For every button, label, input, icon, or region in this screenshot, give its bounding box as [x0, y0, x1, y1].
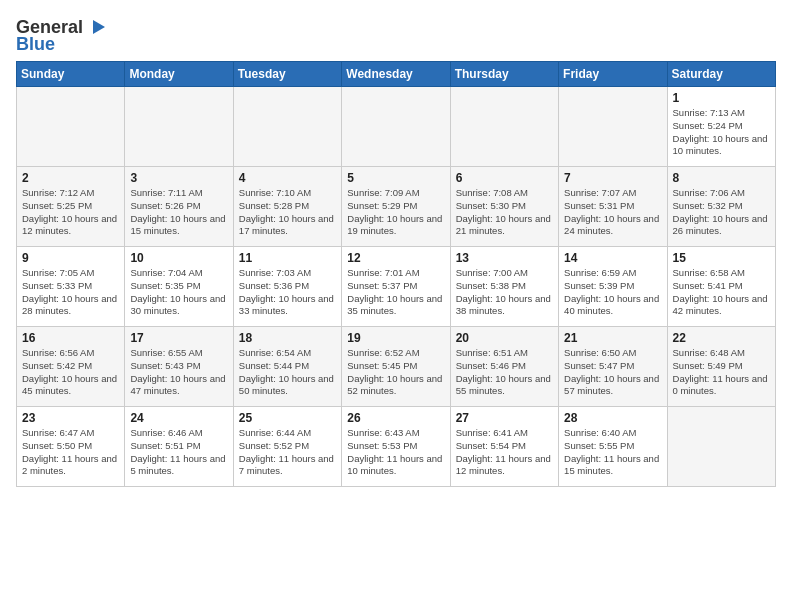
- weekday-header-monday: Monday: [125, 62, 233, 87]
- calendar-cell: 8Sunrise: 7:06 AM Sunset: 5:32 PM Daylig…: [667, 167, 775, 247]
- calendar-cell: 15Sunrise: 6:58 AM Sunset: 5:41 PM Dayli…: [667, 247, 775, 327]
- week-row-4: 16Sunrise: 6:56 AM Sunset: 5:42 PM Dayli…: [17, 327, 776, 407]
- day-number: 2: [22, 171, 119, 185]
- calendar-cell: [667, 407, 775, 487]
- weekday-header-sunday: Sunday: [17, 62, 125, 87]
- calendar-cell: 5Sunrise: 7:09 AM Sunset: 5:29 PM Daylig…: [342, 167, 450, 247]
- week-row-3: 9Sunrise: 7:05 AM Sunset: 5:33 PM Daylig…: [17, 247, 776, 327]
- calendar-cell: 2Sunrise: 7:12 AM Sunset: 5:25 PM Daylig…: [17, 167, 125, 247]
- day-number: 4: [239, 171, 336, 185]
- calendar-cell: [125, 87, 233, 167]
- day-info: Sunrise: 6:40 AM Sunset: 5:55 PM Dayligh…: [564, 427, 661, 478]
- weekday-header-tuesday: Tuesday: [233, 62, 341, 87]
- day-number: 19: [347, 331, 444, 345]
- day-info: Sunrise: 6:48 AM Sunset: 5:49 PM Dayligh…: [673, 347, 770, 398]
- calendar-cell: 11Sunrise: 7:03 AM Sunset: 5:36 PM Dayli…: [233, 247, 341, 327]
- day-info: Sunrise: 6:59 AM Sunset: 5:39 PM Dayligh…: [564, 267, 661, 318]
- day-info: Sunrise: 6:46 AM Sunset: 5:51 PM Dayligh…: [130, 427, 227, 478]
- day-info: Sunrise: 6:52 AM Sunset: 5:45 PM Dayligh…: [347, 347, 444, 398]
- calendar-cell: 17Sunrise: 6:55 AM Sunset: 5:43 PM Dayli…: [125, 327, 233, 407]
- day-info: Sunrise: 6:51 AM Sunset: 5:46 PM Dayligh…: [456, 347, 553, 398]
- day-info: Sunrise: 7:05 AM Sunset: 5:33 PM Dayligh…: [22, 267, 119, 318]
- week-row-2: 2Sunrise: 7:12 AM Sunset: 5:25 PM Daylig…: [17, 167, 776, 247]
- weekday-header-wednesday: Wednesday: [342, 62, 450, 87]
- calendar-cell: [559, 87, 667, 167]
- day-number: 18: [239, 331, 336, 345]
- calendar-cell: 3Sunrise: 7:11 AM Sunset: 5:26 PM Daylig…: [125, 167, 233, 247]
- day-info: Sunrise: 7:06 AM Sunset: 5:32 PM Dayligh…: [673, 187, 770, 238]
- calendar-cell: [450, 87, 558, 167]
- calendar-cell: 4Sunrise: 7:10 AM Sunset: 5:28 PM Daylig…: [233, 167, 341, 247]
- calendar-cell: 14Sunrise: 6:59 AM Sunset: 5:39 PM Dayli…: [559, 247, 667, 327]
- logo-icon: [85, 16, 107, 38]
- weekday-header-friday: Friday: [559, 62, 667, 87]
- day-info: Sunrise: 6:54 AM Sunset: 5:44 PM Dayligh…: [239, 347, 336, 398]
- day-info: Sunrise: 6:56 AM Sunset: 5:42 PM Dayligh…: [22, 347, 119, 398]
- day-number: 17: [130, 331, 227, 345]
- day-number: 11: [239, 251, 336, 265]
- calendar-cell: 26Sunrise: 6:43 AM Sunset: 5:53 PM Dayli…: [342, 407, 450, 487]
- calendar-table: SundayMondayTuesdayWednesdayThursdayFrid…: [16, 61, 776, 487]
- day-number: 22: [673, 331, 770, 345]
- day-number: 6: [456, 171, 553, 185]
- day-number: 1: [673, 91, 770, 105]
- day-number: 20: [456, 331, 553, 345]
- calendar-cell: 10Sunrise: 7:04 AM Sunset: 5:35 PM Dayli…: [125, 247, 233, 327]
- day-info: Sunrise: 7:13 AM Sunset: 5:24 PM Dayligh…: [673, 107, 770, 158]
- day-info: Sunrise: 7:07 AM Sunset: 5:31 PM Dayligh…: [564, 187, 661, 238]
- svg-marker-0: [93, 20, 105, 34]
- day-info: Sunrise: 6:41 AM Sunset: 5:54 PM Dayligh…: [456, 427, 553, 478]
- week-row-1: 1Sunrise: 7:13 AM Sunset: 5:24 PM Daylig…: [17, 87, 776, 167]
- calendar-cell: [342, 87, 450, 167]
- calendar-cell: [233, 87, 341, 167]
- day-info: Sunrise: 7:03 AM Sunset: 5:36 PM Dayligh…: [239, 267, 336, 318]
- calendar-cell: 16Sunrise: 6:56 AM Sunset: 5:42 PM Dayli…: [17, 327, 125, 407]
- calendar-cell: 27Sunrise: 6:41 AM Sunset: 5:54 PM Dayli…: [450, 407, 558, 487]
- day-info: Sunrise: 6:47 AM Sunset: 5:50 PM Dayligh…: [22, 427, 119, 478]
- day-info: Sunrise: 7:11 AM Sunset: 5:26 PM Dayligh…: [130, 187, 227, 238]
- day-info: Sunrise: 7:00 AM Sunset: 5:38 PM Dayligh…: [456, 267, 553, 318]
- calendar-cell: 9Sunrise: 7:05 AM Sunset: 5:33 PM Daylig…: [17, 247, 125, 327]
- day-number: 15: [673, 251, 770, 265]
- day-number: 28: [564, 411, 661, 425]
- day-info: Sunrise: 6:55 AM Sunset: 5:43 PM Dayligh…: [130, 347, 227, 398]
- calendar-cell: [17, 87, 125, 167]
- logo-blue-text: Blue: [16, 34, 55, 55]
- calendar-cell: 19Sunrise: 6:52 AM Sunset: 5:45 PM Dayli…: [342, 327, 450, 407]
- day-number: 7: [564, 171, 661, 185]
- day-number: 26: [347, 411, 444, 425]
- weekday-header-row: SundayMondayTuesdayWednesdayThursdayFrid…: [17, 62, 776, 87]
- day-info: Sunrise: 6:43 AM Sunset: 5:53 PM Dayligh…: [347, 427, 444, 478]
- day-number: 23: [22, 411, 119, 425]
- calendar-cell: 23Sunrise: 6:47 AM Sunset: 5:50 PM Dayli…: [17, 407, 125, 487]
- day-number: 3: [130, 171, 227, 185]
- day-number: 8: [673, 171, 770, 185]
- day-info: Sunrise: 7:08 AM Sunset: 5:30 PM Dayligh…: [456, 187, 553, 238]
- day-number: 25: [239, 411, 336, 425]
- day-number: 13: [456, 251, 553, 265]
- calendar-cell: 28Sunrise: 6:40 AM Sunset: 5:55 PM Dayli…: [559, 407, 667, 487]
- calendar-cell: 20Sunrise: 6:51 AM Sunset: 5:46 PM Dayli…: [450, 327, 558, 407]
- day-info: Sunrise: 7:09 AM Sunset: 5:29 PM Dayligh…: [347, 187, 444, 238]
- day-number: 10: [130, 251, 227, 265]
- day-number: 24: [130, 411, 227, 425]
- day-number: 5: [347, 171, 444, 185]
- calendar-cell: 24Sunrise: 6:46 AM Sunset: 5:51 PM Dayli…: [125, 407, 233, 487]
- calendar-cell: 1Sunrise: 7:13 AM Sunset: 5:24 PM Daylig…: [667, 87, 775, 167]
- day-info: Sunrise: 6:50 AM Sunset: 5:47 PM Dayligh…: [564, 347, 661, 398]
- day-info: Sunrise: 7:10 AM Sunset: 5:28 PM Dayligh…: [239, 187, 336, 238]
- week-row-5: 23Sunrise: 6:47 AM Sunset: 5:50 PM Dayli…: [17, 407, 776, 487]
- day-info: Sunrise: 7:01 AM Sunset: 5:37 PM Dayligh…: [347, 267, 444, 318]
- calendar-cell: 12Sunrise: 7:01 AM Sunset: 5:37 PM Dayli…: [342, 247, 450, 327]
- day-info: Sunrise: 7:04 AM Sunset: 5:35 PM Dayligh…: [130, 267, 227, 318]
- day-info: Sunrise: 7:12 AM Sunset: 5:25 PM Dayligh…: [22, 187, 119, 238]
- weekday-header-thursday: Thursday: [450, 62, 558, 87]
- day-number: 14: [564, 251, 661, 265]
- day-number: 21: [564, 331, 661, 345]
- logo: General Blue: [16, 16, 107, 55]
- calendar-cell: 13Sunrise: 7:00 AM Sunset: 5:38 PM Dayli…: [450, 247, 558, 327]
- header: General Blue: [16, 16, 776, 55]
- day-number: 9: [22, 251, 119, 265]
- calendar-cell: 22Sunrise: 6:48 AM Sunset: 5:49 PM Dayli…: [667, 327, 775, 407]
- day-info: Sunrise: 6:44 AM Sunset: 5:52 PM Dayligh…: [239, 427, 336, 478]
